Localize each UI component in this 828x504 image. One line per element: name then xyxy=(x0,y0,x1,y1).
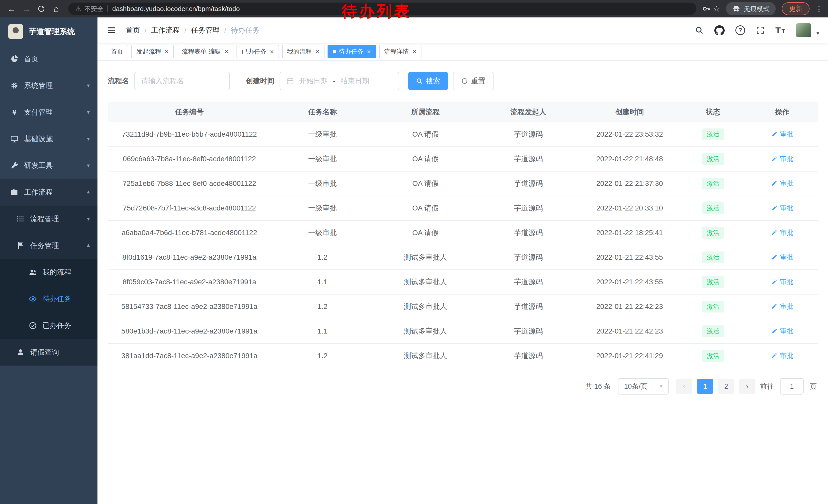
initiator-cell: 芋道源码 xyxy=(477,270,580,294)
divider xyxy=(108,5,108,12)
sidebar-item-infrastructure[interactable]: 基础设施 ▾ xyxy=(0,126,97,152)
approve-link[interactable]: 审批 xyxy=(771,302,793,311)
sidebar-item-my-process[interactable]: 我的流程 xyxy=(0,259,97,286)
close-icon[interactable]: × xyxy=(270,48,274,55)
pagination-total: 共 16 条 xyxy=(585,382,611,391)
browser-back-button[interactable]: ← xyxy=(5,2,18,15)
task-id-cell: 8f0d1619-7ac8-11ec-a9e2-a2380e71991a xyxy=(108,245,271,270)
approve-link[interactable]: 审批 xyxy=(771,179,793,188)
url-text: dashboard.yudao.iocoder.cn/bpm/task/todo xyxy=(112,5,240,13)
approve-link[interactable]: 审批 xyxy=(771,277,793,286)
github-icon[interactable] xyxy=(714,25,724,35)
check-circle-icon xyxy=(29,321,37,330)
sidebar-item-workflow[interactable]: 工作流程 ▾ xyxy=(0,179,97,205)
sidebar-item-task-mgmt[interactable]: 任务管理 ▾ xyxy=(0,232,97,259)
pencil-icon xyxy=(771,131,778,137)
sidebar-item-todo-tasks[interactable]: 待办任务 xyxy=(0,286,97,312)
tab-process-form-edit[interactable]: 流程表单-编辑× xyxy=(177,45,234,58)
yen-icon: ¥ xyxy=(10,108,18,117)
approve-link[interactable]: 审批 xyxy=(771,351,793,360)
task-name-cell: 1.2 xyxy=(271,245,374,270)
breadcrumb-item[interactable]: 任务管理 xyxy=(191,26,219,35)
close-icon[interactable]: × xyxy=(412,48,416,55)
approve-link[interactable]: 审批 xyxy=(771,327,793,335)
status-badge: 激活 xyxy=(702,129,724,140)
create-time-range-picker[interactable]: 开始日期 - 结束日期 xyxy=(280,72,399,90)
fullscreen-icon[interactable] xyxy=(756,26,764,35)
tab-home[interactable]: 首页 xyxy=(106,45,128,58)
sidebar-item-dev-tools[interactable]: 研发工具 ▾ xyxy=(0,152,97,179)
status-badge: 激活 xyxy=(702,301,724,313)
refresh-icon xyxy=(461,78,468,84)
tab-done-tasks[interactable]: 已办任务× xyxy=(237,45,279,58)
reset-button[interactable]: 重置 xyxy=(453,72,494,90)
search-icon[interactable] xyxy=(695,26,704,35)
created-time-cell: 2022-01-21 22:42:23 xyxy=(580,294,679,319)
calendar-icon xyxy=(286,77,294,85)
initiator-cell: 芋道源码 xyxy=(477,221,580,245)
approve-link[interactable]: 审批 xyxy=(771,253,793,262)
approve-link[interactable]: 审批 xyxy=(771,203,793,213)
breadcrumb-item-current: 待办任务 xyxy=(231,26,259,35)
help-icon[interactable]: ? xyxy=(735,26,745,35)
browser-forward-button[interactable]: → xyxy=(20,2,33,15)
status-cell: 激活 xyxy=(679,171,747,196)
user-icon xyxy=(16,348,25,356)
avatar[interactable] xyxy=(796,23,811,37)
created-time-cell: 2022-01-22 23:53:32 xyxy=(580,122,679,147)
chevron-down-icon[interactable]: ▾ xyxy=(817,30,819,37)
page-button-1[interactable]: 1 xyxy=(697,379,713,394)
page-size-select[interactable]: 10条/页 ▾ xyxy=(618,378,669,395)
search-button[interactable]: 搜索 xyxy=(408,72,448,90)
task-id-cell: 069c6a63-7b8a-11ec-8ef0-acde48001122 xyxy=(108,147,271,171)
table-row: 725a1eb6-7b88-11ec-8ef0-acde48001122 一级审… xyxy=(108,171,818,196)
status-cell: 激活 xyxy=(679,221,747,245)
page-button-2[interactable]: 2 xyxy=(718,379,734,394)
sidebar-item-leave-query[interactable]: 请假查询 xyxy=(0,339,97,366)
status-badge: 激活 xyxy=(702,153,724,165)
action-cell: 审批 xyxy=(747,122,818,147)
pencil-icon xyxy=(771,229,778,236)
tab-todo-tasks[interactable]: 待办任务× xyxy=(328,45,376,58)
close-icon[interactable]: × xyxy=(367,48,371,55)
monitor-icon xyxy=(10,135,18,143)
breadcrumb-item[interactable]: 首页 xyxy=(126,26,140,35)
sidebar-item-process-mgmt[interactable]: 流程管理 ▾ xyxy=(0,205,97,232)
close-icon[interactable]: × xyxy=(316,48,319,55)
created-time-cell: 2022-01-21 22:41:29 xyxy=(580,343,679,368)
table-row: 381aa1dd-7ac8-11ec-a9e2-a2380e71991a 1.2… xyxy=(108,343,818,368)
browser-reload-button[interactable] xyxy=(35,2,48,15)
sidebar-item-system-mgmt[interactable]: 系统管理 ▾ xyxy=(0,72,97,99)
prev-page-button[interactable]: ‹ xyxy=(676,379,692,394)
col-header-task-id: 任务编号 xyxy=(108,102,271,122)
browser-toolbar: ← → ⌂ ⚠ 不安全 dashboard.yudao.iocoder.cn/b… xyxy=(0,0,828,17)
key-icon[interactable] xyxy=(702,4,711,13)
created-time-cell: 2022-01-22 21:48:48 xyxy=(580,147,679,171)
close-icon[interactable]: × xyxy=(224,48,228,55)
tab-my-process[interactable]: 我的流程× xyxy=(282,45,325,58)
top-navbar: 首页 / 工作流程 / 任务管理 / 待办任务 ? TT ▾ xyxy=(97,17,828,43)
process-name-input[interactable] xyxy=(134,72,230,90)
approve-link[interactable]: 审批 xyxy=(771,154,793,163)
text-size-icon[interactable]: TT xyxy=(776,26,785,35)
hamburger-icon[interactable] xyxy=(106,26,117,35)
approve-link[interactable]: 审批 xyxy=(771,130,793,139)
browser-menu-icon[interactable]: ⋮ xyxy=(815,4,823,13)
bookmark-star-icon[interactable]: ☆ xyxy=(713,4,720,13)
browser-update-button[interactable]: 更新 xyxy=(782,2,810,15)
status-badge: 激活 xyxy=(702,227,724,239)
pencil-icon xyxy=(771,205,778,211)
sidebar-item-payment-mgmt[interactable]: ¥ 支付管理 ▾ xyxy=(0,99,97,126)
app-logo[interactable]: 芋道管理系统 xyxy=(0,17,97,46)
breadcrumb-item[interactable]: 工作流程 xyxy=(151,26,180,35)
sidebar-item-done-tasks[interactable]: 已办任务 xyxy=(0,312,97,339)
close-icon[interactable]: × xyxy=(165,48,169,55)
tab-process-detail[interactable]: 流程详情× xyxy=(379,45,421,58)
next-page-button[interactable]: › xyxy=(739,379,755,394)
browser-home-button[interactable]: ⌂ xyxy=(50,2,63,15)
tab-start-process[interactable]: 发起流程× xyxy=(131,45,174,58)
sidebar-item-home[interactable]: 首页 xyxy=(0,46,97,72)
goto-page-input[interactable] xyxy=(780,378,803,395)
breadcrumb: 首页 / 工作流程 / 任务管理 / 待办任务 xyxy=(126,26,259,35)
approve-link[interactable]: 审批 xyxy=(771,228,793,237)
